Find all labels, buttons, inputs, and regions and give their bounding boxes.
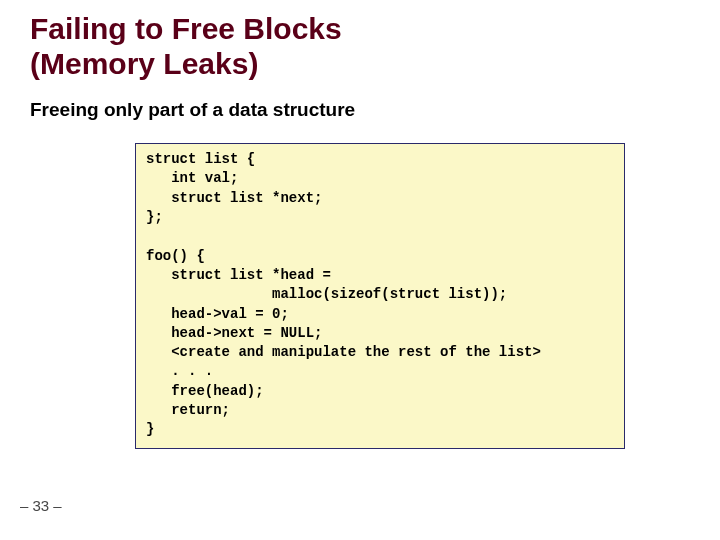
page-number: – 33 – bbox=[20, 497, 62, 514]
title-line-1: Failing to Free Blocks bbox=[30, 12, 342, 45]
title-line-2: (Memory Leaks) bbox=[30, 47, 258, 80]
slide-title: Failing to Free Blocks (Memory Leaks) bbox=[30, 12, 690, 81]
code-content: struct list { int val; struct list *next… bbox=[146, 150, 614, 440]
slide: Failing to Free Blocks (Memory Leaks) Fr… bbox=[0, 0, 720, 540]
code-block: struct list { int val; struct list *next… bbox=[135, 143, 625, 449]
slide-subtitle: Freeing only part of a data structure bbox=[30, 99, 690, 121]
